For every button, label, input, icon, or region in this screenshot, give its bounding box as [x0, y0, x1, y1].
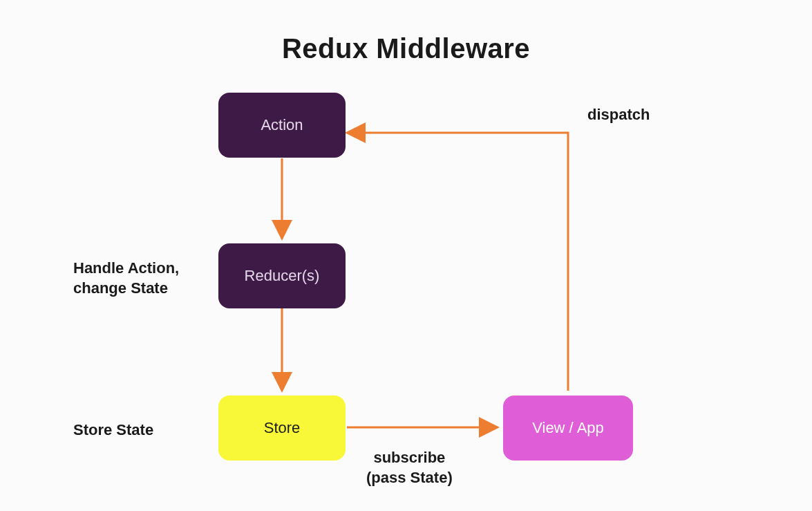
diagram-title: Redux Middleware: [0, 33, 812, 64]
node-action-label: Action: [261, 116, 303, 134]
node-action: Action: [218, 93, 346, 158]
node-reducers: Reducer(s): [218, 243, 346, 308]
label-store-state: Store State: [73, 420, 153, 440]
label-subscribe: subscribe (pass State): [366, 448, 453, 487]
node-store-label: Store: [264, 419, 301, 437]
node-reducers-label: Reducer(s): [245, 267, 320, 285]
node-store: Store: [218, 396, 346, 461]
label-handle-action: Handle Action, change State: [73, 259, 179, 298]
node-view-label: View / App: [532, 419, 604, 437]
arrow-view-to-action: [347, 133, 568, 391]
node-view: View / App: [503, 396, 633, 461]
diagram-canvas: Redux Middleware Action Reducer(s) Store…: [0, 0, 812, 511]
label-dispatch: dispatch: [587, 105, 650, 125]
